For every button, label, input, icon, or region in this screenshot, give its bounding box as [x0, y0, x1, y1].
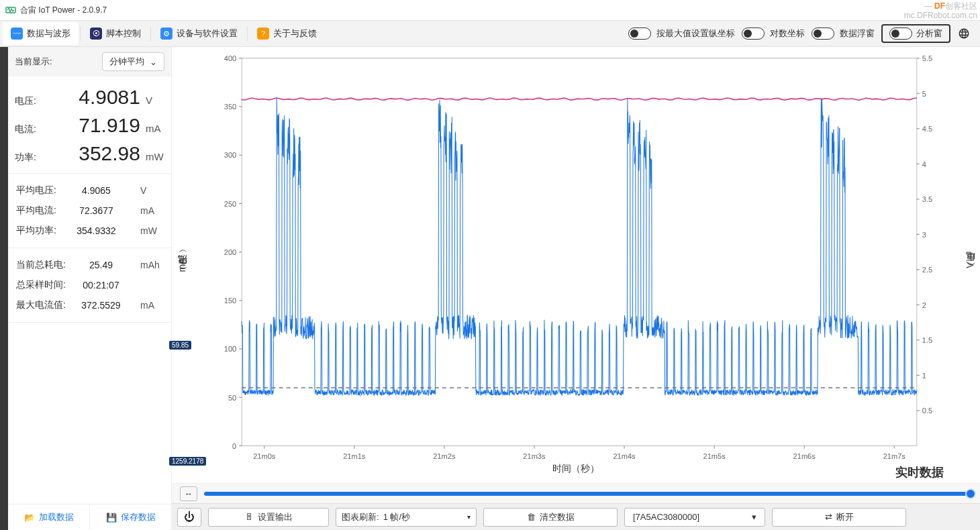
svg-text:350: 350	[224, 103, 236, 111]
svg-text:3.5: 3.5	[922, 195, 932, 203]
current-marker-badge: 59.85	[169, 341, 191, 350]
realtime-tag: 实时数据	[895, 464, 944, 480]
svg-text:21m2s: 21m2s	[433, 452, 455, 460]
unplug-icon: ⇄	[825, 512, 832, 522]
tab-label: 脚本控制	[106, 28, 141, 40]
fit-horizontal-button[interactable]: ↔	[180, 486, 197, 501]
tab-device-settings[interactable]: ⚙ 设备与软件设置	[152, 22, 246, 45]
chevron-down-icon: ⌄	[150, 57, 157, 67]
display-mode-select[interactable]: 分钟平均 ⌄	[102, 52, 164, 71]
avg-voltage-row: 平均电压:4.9065V	[13, 180, 166, 201]
y-left-axis-label: 电流（mA）	[176, 258, 188, 272]
device-select[interactable]: [7A5AC3080000] ▾	[624, 508, 765, 527]
toggle-data-float[interactable]: 数据浮窗	[812, 28, 875, 40]
current-display-label: 当前显示:	[15, 56, 52, 68]
svg-text:21m6s: 21m6s	[793, 452, 816, 460]
svg-text:21m5s: 21m5s	[703, 452, 726, 460]
main-area: 电流（mA） 电压（V） 0501001502002503003504000.5…	[172, 47, 980, 530]
sample-time-row: 总采样时间:00:21:07	[13, 275, 166, 295]
sidebar: 当前显示: 分钟平均 ⌄ 电压: 4.9081 V 电流: 71.919	[8, 47, 172, 530]
x-axis-label: 时间（秒）	[172, 463, 980, 478]
tab-label: 关于与反馈	[273, 28, 317, 40]
power-readout: 功率: 352.98 mW	[15, 142, 164, 165]
svg-text:3: 3	[922, 230, 926, 238]
chart-area[interactable]: 电流（mA） 电压（V） 0501001502002503003504000.5…	[172, 47, 980, 483]
svg-text:0.5: 0.5	[922, 407, 932, 415]
tab-label: 设备与软件设置	[177, 28, 238, 40]
svg-text:21m7s: 21m7s	[883, 452, 905, 460]
display-mode-row: 当前显示: 分钟平均 ⌄	[8, 47, 171, 76]
toggle-log-scale[interactable]: 对数坐标	[742, 28, 805, 40]
trash-icon: 🗑	[527, 512, 536, 522]
tab-script-control[interactable]: ⦿ 脚本控制	[82, 22, 149, 45]
avg-current-row: 平均电流:72.3677mA	[13, 201, 166, 221]
bottom-bar: ⏻ 🎚 设置输出 图表刷新: 1 帧/秒 ▾ 🗑 清空数据 [7A5AC3080…	[172, 503, 980, 530]
svg-text:2.5: 2.5	[922, 266, 932, 274]
waveform-icon: 〰	[11, 28, 23, 40]
tab-about-feedback[interactable]: ? 关于与反馈	[249, 22, 325, 45]
folder-open-icon: 📂	[24, 513, 35, 523]
sliders-icon: 🎚	[245, 512, 254, 522]
refresh-rate-select[interactable]: 图表刷新: 1 帧/秒 ▾	[336, 508, 477, 527]
save-data-button[interactable]: 💾 保存数据	[89, 505, 171, 530]
tab-label: 数据与波形	[27, 28, 70, 40]
title-bar: 合宙 IoT Power - 2.0.9.7	[0, 0, 980, 20]
scrollbar-thumb[interactable]	[965, 488, 976, 499]
svg-text:100: 100	[224, 345, 236, 353]
load-data-button[interactable]: 📂 加载数据	[8, 505, 89, 530]
max-current-row: 最大电流值:372.5529mA	[13, 295, 166, 315]
clear-data-button[interactable]: 🗑 清空数据	[483, 508, 618, 527]
save-icon: 💾	[106, 513, 117, 523]
total-energy-row: 当前总耗电:25.49mAh	[13, 255, 166, 275]
svg-text:4.5: 4.5	[922, 125, 932, 133]
avg-power-row: 平均功率:354.9332mW	[13, 221, 166, 241]
set-output-button[interactable]: 🎚 设置输出	[208, 508, 329, 527]
question-icon: ?	[257, 28, 269, 40]
y-right-axis-label: 电压（V）	[964, 262, 976, 268]
svg-text:21m0s: 21m0s	[253, 452, 275, 460]
chart-svg: 0501001502002503003504000.511.522.533.54…	[215, 51, 944, 482]
svg-text:300: 300	[224, 151, 236, 159]
svg-text:400: 400	[224, 54, 236, 62]
script-icon: ⦿	[90, 28, 102, 40]
vertical-strip	[0, 47, 8, 530]
svg-text:5: 5	[922, 89, 926, 97]
svg-text:2: 2	[922, 301, 926, 309]
chevron-down-icon: ▾	[752, 512, 756, 522]
voltage-readout: 电压: 4.9081 V	[15, 86, 164, 109]
chevron-down-icon: ▾	[467, 513, 471, 521]
svg-text:21m4s: 21m4s	[613, 452, 635, 460]
app-logo-icon	[5, 5, 16, 15]
svg-text:21m3s: 21m3s	[523, 452, 545, 460]
power-button[interactable]: ⏻	[177, 508, 201, 527]
svg-text:150: 150	[224, 297, 236, 305]
svg-text:200: 200	[224, 248, 236, 256]
toggle-ymax[interactable]: 按最大值设置纵坐标	[628, 28, 735, 40]
svg-text:21m1s: 21m1s	[343, 452, 365, 460]
disconnect-button[interactable]: ⇄ 断开	[772, 508, 906, 527]
svg-text:4: 4	[922, 160, 927, 168]
svg-text:50: 50	[228, 393, 236, 401]
analyze-window-button[interactable]: 分析窗	[881, 24, 950, 43]
current-readout: 电流: 71.919 mA	[15, 114, 164, 137]
gear-icon: ⚙	[160, 28, 173, 40]
svg-text:1: 1	[922, 371, 926, 379]
svg-text:250: 250	[224, 199, 236, 207]
language-icon[interactable]	[954, 24, 973, 43]
svg-text:1.5: 1.5	[922, 336, 932, 344]
window-title: 合宙 IoT Power - 2.0.9.7	[20, 5, 107, 16]
tab-data-waveform[interactable]: 〰 数据与波形	[3, 22, 79, 45]
svg-text:5.5: 5.5	[922, 54, 932, 62]
svg-text:0: 0	[232, 441, 236, 449]
time-scrollbar[interactable]	[204, 492, 972, 496]
main-toolbar: 〰 数据与波形 ⦿ 脚本控制 ⚙ 设备与软件设置 ? 关于与反馈 按最大值设置纵…	[0, 20, 980, 47]
